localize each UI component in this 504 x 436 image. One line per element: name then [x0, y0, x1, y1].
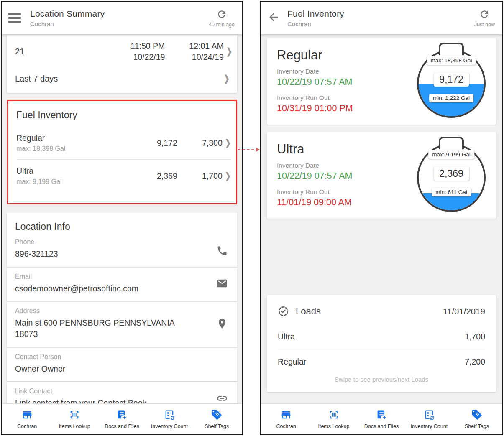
- tank-quantity-badge: 9,172: [434, 73, 469, 87]
- tank-quantity-badge: 2,369: [434, 167, 469, 181]
- contact-person-value: Owner Owner: [15, 363, 199, 375]
- app-header: Fuel Inventory Cochran Just now: [261, 2, 502, 34]
- swipe-hint: Swipe to see previous/next Loads: [278, 374, 485, 388]
- nav-item-cochran[interactable]: Cochran: [3, 409, 51, 429]
- nav-item-shelf-tags[interactable]: Shelf Tags: [193, 409, 240, 429]
- fuel-ordered-quantity: 1,700: [177, 171, 223, 181]
- tank-cap: [439, 137, 464, 149]
- storefront-icon: [280, 409, 292, 421]
- refresh-icon[interactable]: [209, 9, 235, 21]
- back-arrow-icon[interactable]: [267, 11, 280, 25]
- chevron-right-icon: ❯: [225, 171, 231, 181]
- tag-icon: [211, 409, 223, 421]
- loads-row-regular[interactable]: Regular 7,200: [278, 349, 485, 374]
- tank-gauge: max: 9,199 Gal 2,369 min: 611 Gal: [416, 137, 487, 214]
- contact-person-row[interactable]: Contact Person Owner Owner: [7, 348, 237, 381]
- loads-quantity: 7,200: [465, 357, 485, 367]
- nav-item-docs-and-files[interactable]: Docs and Files: [358, 409, 405, 429]
- tank-min-badge: min: 611 Gal: [432, 188, 471, 196]
- fuel-row-ultra[interactable]: Ultra max: 9,199 Gal 2,369 1,700 ❯: [16, 161, 231, 191]
- fuel-quantity: 9,172: [157, 138, 177, 148]
- chevron-right-icon: ❯: [225, 138, 231, 148]
- email-row[interactable]: Email csodemoowner@petrosoftinc.com: [7, 268, 237, 301]
- loads-header: Loads 11/01/2019: [278, 299, 485, 321]
- fuel-ordered-quantity: 7,300: [177, 138, 223, 148]
- barcode-scan-icon: [69, 409, 80, 421]
- app-header: Location Summary Cochran 40 min ago: [2, 2, 242, 34]
- fuel-max-label: max: 9,199 Gal: [16, 178, 62, 186]
- fuel-inventory-title: Fuel Inventory: [16, 110, 231, 121]
- fuel-quantity: 2,369: [157, 171, 177, 181]
- loads-date: 11/01/2019: [443, 306, 485, 316]
- page-title: Location Summary: [30, 9, 105, 19]
- link-contact-label: Link Contact: [15, 388, 229, 395]
- refresh-icon[interactable]: [474, 9, 495, 21]
- email-icon[interactable]: [216, 278, 228, 291]
- inventory-sync-icon: [423, 409, 435, 421]
- nav-item-shelf-tags[interactable]: Shelf Tags: [453, 409, 501, 429]
- location-info-section: Location Info Phone 896-321123 Email cso…: [7, 213, 237, 403]
- tank-card-regular[interactable]: Regular Inventory Date 10/22/19 07:57 AM…: [267, 38, 496, 125]
- address-row[interactable]: Address Main st 600 PENNSBURG PENNSYLVAN…: [7, 302, 237, 347]
- location-pin-icon[interactable]: [216, 318, 228, 331]
- tank-max-badge: max: 9,199 Gal: [428, 150, 474, 159]
- tank-min-badge: min: 1,222 Gal: [429, 94, 473, 102]
- fuel-inventory-card: Fuel Inventory Regular max: 18,398 Gal 9…: [8, 101, 236, 203]
- divider: [16, 159, 231, 160]
- hamburger-menu-icon[interactable]: [8, 13, 23, 23]
- chevron-right-icon: ❯: [224, 74, 230, 84]
- loads-card[interactable]: Loads 11/01/2019 Ultra 1,700 Regular 7,2…: [267, 295, 496, 392]
- summary-count: 21: [15, 47, 24, 56]
- address-value: Main st 600 PENNSBURG PENNSYLVANIA 18073: [15, 317, 199, 340]
- nav-item-items-lookup[interactable]: Items Lookup: [51, 409, 98, 429]
- fuel-max-label: max: 18,398 Gal: [16, 145, 65, 153]
- nav-item-items-lookup[interactable]: Items Lookup: [310, 409, 358, 429]
- phone-value: 896-321123: [15, 248, 199, 260]
- tank-card-ultra[interactable]: Ultra Inventory Date 10/22/19 07:57 AM I…: [267, 132, 496, 219]
- inventory-sync-icon: [164, 409, 175, 421]
- from-datetime: 11:50 PM 10/22/19: [130, 41, 165, 62]
- location-name: Cochran: [287, 20, 344, 28]
- phone-row[interactable]: Location Info Phone 896-321123: [7, 213, 237, 266]
- loads-row-ultra[interactable]: Ultra 1,700: [278, 321, 485, 349]
- last-7-days-row[interactable]: Last 7 days ❯: [7, 67, 237, 93]
- scroll-content[interactable]: Regular Inventory Date 10/22/19 07:57 AM…: [261, 34, 502, 403]
- fuel-name: Regular: [16, 133, 65, 143]
- summary-row[interactable]: 21 11:50 PM 10/22/19 12:01 AM 10/24/19 ❯: [7, 35, 237, 67]
- loads-quantity: 1,700: [465, 332, 485, 342]
- email-label: Email: [15, 273, 229, 280]
- last-sync-label: 40 min ago: [209, 22, 235, 28]
- link-icon[interactable]: [216, 393, 228, 403]
- tank-max-badge: max: 18,398 Gal: [427, 56, 476, 65]
- storefront-icon: [21, 409, 33, 421]
- summary-card: 21 11:50 PM 10/22/19 12:01 AM 10/24/19 ❯…: [7, 35, 237, 93]
- scroll-content[interactable]: 21 11:50 PM 10/22/19 12:01 AM 10/24/19 ❯…: [2, 34, 242, 403]
- document-add-icon: [116, 409, 128, 421]
- nav-item-inventory-count[interactable]: Inventory Count: [405, 409, 453, 429]
- flow-arrow: [238, 149, 258, 150]
- document-add-icon: [376, 409, 387, 421]
- last-7-days-label: Last 7 days: [15, 74, 58, 84]
- nav-item-cochran[interactable]: Cochran: [262, 409, 310, 429]
- to-datetime: 12:01 AM 10/24/19: [189, 41, 223, 62]
- header-text: Location Summary Cochran: [30, 9, 105, 28]
- fuel-row-regular[interactable]: Regular max: 18,398 Gal 9,172 7,300 ❯: [16, 128, 231, 158]
- fuel-inventory-screen: Fuel Inventory Cochran Just now Regular …: [260, 1, 503, 435]
- nav-item-docs-and-files[interactable]: Docs and Files: [98, 409, 146, 429]
- chevron-right-icon: ❯: [226, 46, 232, 57]
- tag-icon: [471, 409, 483, 421]
- loads-title: Loads: [296, 306, 321, 317]
- scheduled-check-icon: [278, 306, 289, 317]
- barcode-scan-icon: [328, 409, 340, 421]
- last-sync-label: Just now: [474, 22, 495, 28]
- bottom-nav: Cochran Items Lookup Docs and Files Inve…: [2, 403, 242, 434]
- loads-fuel-name: Ultra: [278, 332, 295, 342]
- tank-cap: [439, 43, 464, 55]
- phone-icon[interactable]: [216, 245, 228, 258]
- nav-item-inventory-count[interactable]: Inventory Count: [146, 409, 193, 429]
- contact-person-label: Contact Person: [15, 353, 229, 361]
- loads-fuel-name: Regular: [278, 357, 306, 367]
- link-contact-row[interactable]: Link Contact Link contact from your Cont…: [7, 382, 237, 403]
- location-name: Cochran: [30, 20, 105, 28]
- location-summary-screen: Location Summary Cochran 40 min ago 21 1…: [1, 1, 243, 435]
